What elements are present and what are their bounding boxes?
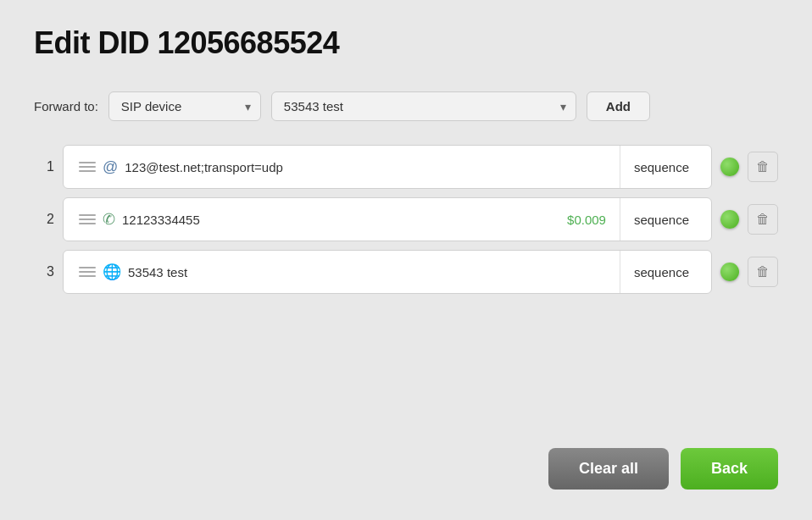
table-row: 3 🌐 53543 test sequence 🗑 <box>34 250 778 294</box>
status-dot-3[interactable] <box>720 263 739 281</box>
rows-container: 1 @ 123@test.net;transport=udp sequence … <box>34 145 778 294</box>
row-number-1: 1 <box>34 159 54 174</box>
status-dot-2[interactable] <box>720 210 739 229</box>
item-text-2: 12123334455 <box>122 213 567 227</box>
row-number-3: 3 <box>34 264 54 279</box>
forward-label: Forward to: <box>34 99 98 113</box>
page-container: Edit DID 12056685524 Forward to: SIP dev… <box>0 0 812 520</box>
delete-button-2[interactable]: 🗑 <box>748 204 778 235</box>
drag-handle-2[interactable] <box>72 214 103 224</box>
phone-icon-2: ✆ <box>103 210 115 229</box>
delete-button-1[interactable]: 🗑 <box>748 152 778 182</box>
clear-all-button[interactable]: Clear all <box>548 448 669 490</box>
forward-row: Forward to: SIP device Phone number SIP … <box>34 91 778 121</box>
back-button[interactable]: Back <box>681 448 778 490</box>
delete-button-3[interactable]: 🗑 <box>748 257 778 287</box>
item-sequence-3: sequence <box>620 251 703 293</box>
page-title: Edit DID 12056685524 <box>34 25 778 61</box>
footer-buttons: Clear all Back <box>548 448 778 490</box>
globe-icon-3: 🌐 <box>103 263 121 281</box>
status-dot-1[interactable] <box>720 158 739 176</box>
item-card-3: 🌐 53543 test sequence <box>63 250 712 294</box>
item-cost-2: $0.009 <box>567 213 606 227</box>
device-select-wrapper[interactable]: 53543 test Other device <box>271 91 576 121</box>
item-sequence-2: sequence <box>620 198 703 241</box>
device-select[interactable]: 53543 test Other device <box>271 91 576 121</box>
at-icon-1: @ <box>103 158 118 176</box>
item-text-1: 123@test.net;transport=udp <box>125 160 620 174</box>
drag-handle-3[interactable] <box>72 267 103 277</box>
table-row: 1 @ 123@test.net;transport=udp sequence … <box>34 145 778 189</box>
row-number-2: 2 <box>34 212 54 227</box>
item-card-1: @ 123@test.net;transport=udp sequence <box>63 145 712 189</box>
drag-handle-1[interactable] <box>72 162 103 172</box>
add-button[interactable]: Add <box>587 91 650 121</box>
item-text-3: 53543 test <box>128 265 620 279</box>
item-sequence-1: sequence <box>620 146 703 188</box>
item-card-2: ✆ 12123334455 $0.009 sequence <box>63 197 712 241</box>
table-row: 2 ✆ 12123334455 $0.009 sequence 🗑 <box>34 197 778 241</box>
type-select-wrapper[interactable]: SIP device Phone number SIP trunk <box>108 91 261 121</box>
type-select[interactable]: SIP device Phone number SIP trunk <box>108 91 261 121</box>
